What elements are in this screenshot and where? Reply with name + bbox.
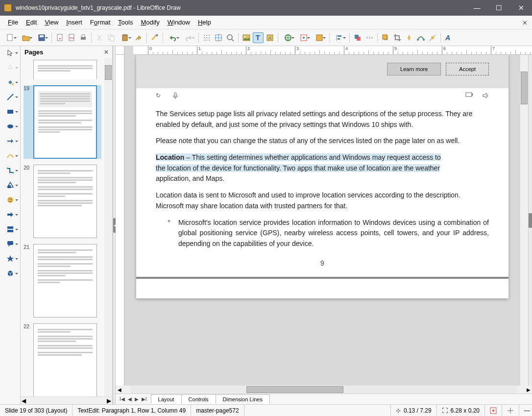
helplines-button[interactable] (213, 32, 224, 43)
3d-tool[interactable] (2, 269, 18, 278)
save-button[interactable] (34, 32, 49, 43)
svg-rect-57 (8, 185, 11, 188)
menu-modify[interactable]: Modify (137, 17, 163, 28)
cut-button[interactable] (94, 32, 105, 43)
menu-window[interactable]: Window (164, 17, 194, 28)
redo-button[interactable] (181, 32, 196, 43)
flowchart-tool[interactable] (2, 224, 18, 234)
window-controls: — ☐ ✕ (466, 0, 532, 16)
points-button[interactable] (415, 32, 426, 43)
symbol-shapes-tool[interactable] (2, 195, 18, 205)
svg-point-59 (9, 198, 10, 199)
tab-controls[interactable]: Controls (181, 394, 216, 404)
status-fit-icon[interactable] (502, 405, 519, 416)
canvas-vscrollbar[interactable] (520, 55, 528, 386)
page-thumbnail-22[interactable]: 22 (24, 323, 101, 396)
rect-tool[interactable] (2, 107, 18, 117)
page-thumbnail-19[interactable]: 19 (24, 85, 101, 159)
document-page[interactable]: Learn more Accept ↻ The Services setup p… (136, 55, 508, 298)
close-button[interactable]: ✕ (510, 0, 532, 16)
paste-button[interactable] (118, 32, 132, 43)
insert-image-button[interactable] (241, 32, 252, 43)
export-pdf-button[interactable]: PDF (66, 32, 77, 43)
right-sidebar-splitter[interactable] (528, 55, 532, 386)
vertical-ruler[interactable] (116, 55, 124, 386)
last-slide-button[interactable]: ▶I (142, 396, 147, 402)
crop-button[interactable] (392, 32, 403, 43)
svg-line-51 (7, 94, 13, 100)
page-thumbnail-21[interactable]: 21 (24, 244, 101, 318)
block-arrows-tool[interactable] (2, 210, 18, 220)
status-save-icon[interactable] (485, 405, 502, 416)
glue-button[interactable] (427, 32, 438, 43)
curve-tool[interactable] (2, 151, 18, 161)
fontwork-button[interactable]: A (443, 32, 454, 43)
menu-format[interactable]: Format (86, 17, 114, 28)
grid-button[interactable] (201, 32, 212, 43)
insert-textbox-button[interactable]: T (253, 32, 264, 43)
menu-insert[interactable]: Insert (62, 17, 86, 28)
distribute-button[interactable] (364, 32, 375, 43)
filter-button[interactable] (404, 32, 414, 43)
svg-rect-37 (338, 35, 341, 37)
arrow-tool[interactable] (2, 136, 18, 146)
line-color-tool[interactable] (2, 63, 18, 73)
ellipse-tool[interactable] (2, 122, 18, 131)
statusbar: Slide 19 of 303 (Layout) TextEdit: Parag… (0, 404, 532, 416)
pages-panel-close-icon[interactable]: × (104, 48, 108, 56)
body-bullet[interactable]: Microsoft's location service provides lo… (172, 218, 489, 249)
insert-hyperlink-button[interactable] (281, 32, 295, 43)
body-paragraph[interactable]: The Services setup page lists all privac… (156, 109, 489, 130)
insert-special-button[interactable] (296, 32, 311, 43)
copy-button[interactable] (106, 32, 117, 43)
pages-list[interactable]: 19 20 21 22 (21, 58, 104, 396)
first-slide-button[interactable]: I◀ (120, 396, 125, 402)
horizontal-ruler[interactable]: 012345678 (133, 46, 532, 55)
export-button[interactable] (54, 32, 65, 43)
new-button[interactable] (3, 32, 18, 43)
next-slide-button[interactable]: ▶ (135, 396, 139, 402)
insert-frame-button[interactable]: A (265, 32, 275, 43)
align-button[interactable] (332, 32, 347, 43)
prev-slide-button[interactable]: ◀ (128, 396, 132, 402)
body-paragraph-location[interactable]: Location – This setting determines wheth… (156, 152, 489, 184)
svg-rect-38 (338, 38, 340, 40)
tab-layout[interactable]: Layout (151, 394, 182, 404)
star-tool[interactable] (2, 254, 18, 264)
line-tool[interactable] (2, 92, 18, 102)
basic-shapes-tool[interactable] (2, 180, 18, 190)
print-button[interactable] (78, 32, 89, 43)
open-button[interactable] (19, 32, 33, 43)
shadow-button[interactable] (380, 32, 391, 43)
maximize-button[interactable]: ☐ (488, 0, 510, 16)
pages-hscrollbar[interactable]: ◀▶ (21, 396, 112, 404)
callout-tool[interactable] (2, 239, 18, 249)
document-viewport[interactable]: Learn more Accept ↻ The Services setup p… (124, 55, 520, 386)
canvas-hscrollbar[interactable]: ◀▶ (116, 386, 532, 393)
pages-vscrollbar[interactable] (104, 58, 112, 396)
menu-edit[interactable]: Edit (22, 17, 41, 28)
format-paintbrush-button[interactable] (149, 32, 160, 43)
select-tool[interactable] (2, 48, 18, 58)
menu-file[interactable]: File (4, 17, 22, 28)
menu-tools[interactable]: Tools (114, 17, 137, 28)
tab-dimension[interactable]: Dimension Lines (216, 394, 270, 404)
close-document-icon[interactable]: × (523, 19, 527, 27)
fill-color-tool[interactable] (2, 77, 18, 87)
status-zoom-slider[interactable]: — (519, 405, 532, 416)
clone-button[interactable] (133, 32, 144, 43)
zoom-button[interactable] (225, 32, 236, 43)
body-paragraph[interactable]: Location data is sent to Microsoft and u… (156, 190, 489, 211)
menu-view[interactable]: View (41, 17, 62, 28)
insert-form-button[interactable] (312, 32, 327, 43)
svg-rect-41 (366, 37, 368, 39)
menu-help[interactable]: Help (194, 17, 215, 28)
minimize-button[interactable]: — (466, 0, 488, 16)
page-thumbnail-20[interactable]: 20 (24, 165, 101, 238)
page-thumbnail[interactable] (24, 60, 101, 79)
body-paragraph[interactable]: Please note that you can change the stat… (156, 136, 489, 147)
undo-button[interactable] (166, 32, 180, 43)
arrange-button[interactable] (352, 32, 363, 43)
svg-point-60 (11, 198, 12, 199)
connector-tool[interactable] (2, 166, 18, 175)
